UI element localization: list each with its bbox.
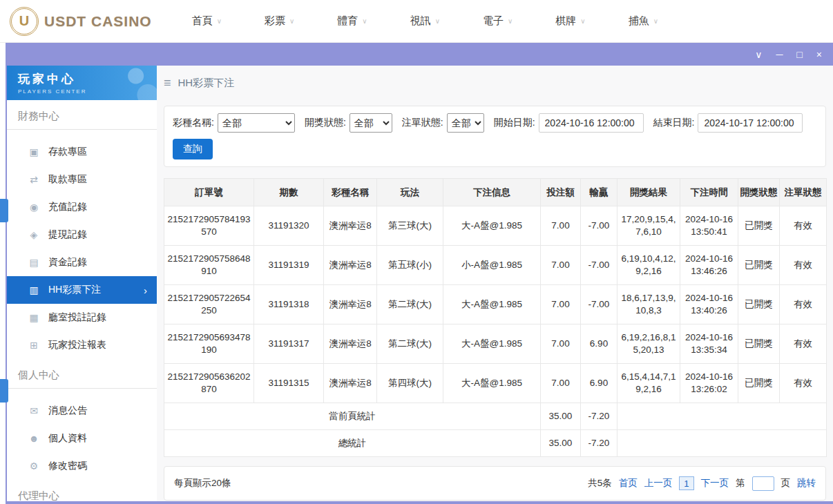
table-cell: 有效 [780, 324, 827, 364]
table-cell: 6,19,2,16,8,15,20,13 [617, 324, 680, 364]
sidebar-item-hall-bet-record[interactable]: ▦ 廳室投註記錄 [7, 304, 157, 331]
lottery-name-label: 彩種名稱: [173, 117, 214, 129]
table-cell: 7.00 [541, 324, 581, 364]
password-icon: ⚙ [28, 461, 40, 472]
filter-panel: 彩種名稱: 全部 開獎狀態: 全部 注單狀態: 全部 開始日期: 結束日期: [164, 106, 826, 167]
first-page-link[interactable]: 首页 [619, 477, 638, 490]
summary-bet-amount: 35.00 [541, 403, 581, 430]
nav-item-label: 捕魚 [629, 14, 649, 28]
table-cell: 大-A盤@1.985 [443, 206, 541, 246]
sidebar-item-label: 充值記錄 [48, 201, 87, 213]
col-header-draw-status: 開獎狀態 [738, 179, 780, 206]
close-icon: × [816, 49, 822, 60]
table-cell: 大-A盤@1.985 [443, 324, 541, 364]
next-page-link[interactable]: 下一页 [701, 477, 729, 490]
table-cell: 31191318 [254, 285, 324, 324]
player-center-sidebar: 玩家中心 PLAYERS CENTER 財務中心 ▣ 存款專區 ⇄ 取款專區 ◉… [7, 66, 157, 501]
table-cell: 31191315 [254, 364, 324, 403]
nav-item-home[interactable]: 首頁 ∨ [192, 14, 222, 28]
end-date-input[interactable] [698, 113, 803, 133]
sidebar-item-deposit[interactable]: ▣ 存款專區 [7, 138, 157, 166]
sidebar-item-label: 消息公告 [48, 405, 87, 417]
table-cell: 第二球(大) [377, 285, 443, 324]
minimize-icon: ─ [776, 49, 783, 60]
window-collapse-button[interactable]: ∨ [755, 50, 762, 59]
col-header-lottery-name: 彩種名稱 [324, 179, 377, 206]
chevron-down-icon: ∨ [435, 17, 440, 25]
table-cell: 大-A盤@1.985 [443, 364, 541, 403]
order-status-label: 注單狀態: [402, 117, 443, 129]
bets-table: 訂單號 期數 彩種名稱 玩法 下注信息 投注額 輸贏 開獎結果 下注時間 開獎狀… [164, 178, 827, 457]
table-cell: 2024-10-16 13:26:02 [680, 364, 738, 403]
nav-item-label: 體育 [337, 14, 358, 28]
start-date-input[interactable] [539, 113, 644, 133]
table-cell: 6,15,4,14,7,19,2,16 [617, 364, 680, 403]
nav-item-label: 棋牌 [555, 14, 576, 28]
table-cell: 有效 [780, 364, 827, 403]
window-close-button[interactable]: × [816, 50, 822, 59]
sidebar-subtitle: PLAYERS CENTER [18, 88, 157, 95]
floating-widget-top[interactable] [0, 199, 8, 222]
summary-win-loss: -7.20 [581, 403, 617, 430]
withdraw-icon: ⇄ [28, 174, 40, 185]
sidebar-item-withdrawal-record[interactable]: ◈ 提現記錄 [7, 221, 157, 249]
nav-item-fishing[interactable]: 捕魚 ∨ [629, 14, 658, 28]
table-cell: 第三球(大) [377, 206, 443, 246]
page-header: ≡ HH彩票下注 [164, 66, 826, 100]
sidebar-item-player-bet-report[interactable]: ⊞ 玩家投注報表 [7, 331, 157, 359]
page-size-text: 每頁顯示20條 [174, 477, 231, 490]
col-header-bet-info: 下注信息 [443, 179, 541, 206]
table-cell: 6.90 [581, 324, 617, 364]
table-cell: 7.00 [541, 285, 581, 324]
sidebar-item-label: 修改密碼 [48, 460, 87, 472]
site-logo[interactable]: U USDT CASINO [10, 7, 152, 36]
sidebar-item-announcements[interactable]: ✉ 消息公告 [7, 397, 157, 425]
total-count-text: 共5条 [588, 477, 612, 490]
table-cell: 第五球(小) [377, 246, 443, 285]
table-cell: 2152172905693478190 [164, 324, 254, 364]
window-maximize-button[interactable]: □ [796, 50, 802, 59]
nav-item-slots[interactable]: 電子 ∨ [483, 14, 513, 28]
table-row: 2152172905636202870 31191315 澳洲幸运8 第四球(大… [164, 364, 827, 403]
nav-item-lottery[interactable]: 彩票 ∨ [265, 14, 294, 28]
prev-page-link[interactable]: 上一页 [644, 477, 673, 490]
chevron-down-icon: ∨ [508, 17, 513, 25]
sidebar-item-funds-record[interactable]: ▤ 資金記錄 [7, 249, 157, 276]
chevron-down-icon: ∨ [755, 49, 762, 60]
lottery-select[interactable]: 全部 [218, 113, 295, 133]
sidebar-item-recharge-record[interactable]: ◉ 充值記錄 [7, 193, 157, 221]
draw-status-label: 開獎狀態: [305, 117, 346, 129]
table-footer: 每頁顯示20條 共5条 首页 上一页 1 下一页 第 页 跳转 [164, 466, 826, 501]
chevron-down-icon: ∨ [580, 17, 585, 25]
sidebar-item-withdraw[interactable]: ⇄ 取款專區 [7, 166, 157, 193]
deposit-icon: ▣ [28, 146, 40, 157]
window-minimize-button[interactable]: ─ [776, 50, 783, 59]
sidebar-item-change-password[interactable]: ⚙ 修改密碼 [7, 452, 157, 480]
sidebar-item-hh-lottery-bet[interactable]: ▥ HH彩票下注 › [7, 276, 157, 304]
nav-item-sports[interactable]: 體育 ∨ [337, 14, 367, 28]
col-header-issue: 期數 [254, 179, 324, 206]
col-header-bet-amount: 投注額 [541, 179, 581, 206]
summary-label: 總統計 [164, 430, 541, 457]
nav-item-cards[interactable]: 棋牌 ∨ [555, 14, 585, 28]
summary-win-loss: -7.20 [581, 430, 617, 457]
current-page-indicator[interactable]: 1 [679, 476, 693, 490]
floating-widget-bottom[interactable] [0, 379, 8, 403]
chevron-right-icon: › [144, 284, 147, 296]
search-button[interactable]: 查詢 [173, 139, 213, 159]
chevron-down-icon: ∨ [362, 17, 367, 25]
table-cell: 18,6,17,13,9,10,8,3 [617, 285, 680, 324]
summary-bet-amount: 35.00 [541, 430, 581, 457]
nav-item-live[interactable]: 視訊 ∨ [410, 14, 440, 28]
jump-button[interactable]: 跳转 [797, 477, 816, 490]
top-navigation: U USDT CASINO 首頁 ∨ 彩票 ∨ 體育 ∨ 視訊 ∨ 電子 ∨ 棋… [0, 0, 833, 43]
table-cell: 31191320 [254, 206, 324, 246]
page-jump-input[interactable] [752, 476, 774, 491]
table-cell: 2152172905636202870 [164, 364, 254, 403]
sidebar-item-profile[interactable]: ☻ 個人資料 [7, 425, 157, 452]
table-cell: 有效 [780, 246, 827, 285]
menu-toggle-icon[interactable]: ≡ [164, 76, 171, 90]
order-status-select[interactable]: 全部 [447, 113, 484, 133]
draw-status-select[interactable]: 全部 [350, 113, 392, 133]
col-header-draw-result: 開獎結果 [617, 179, 680, 206]
